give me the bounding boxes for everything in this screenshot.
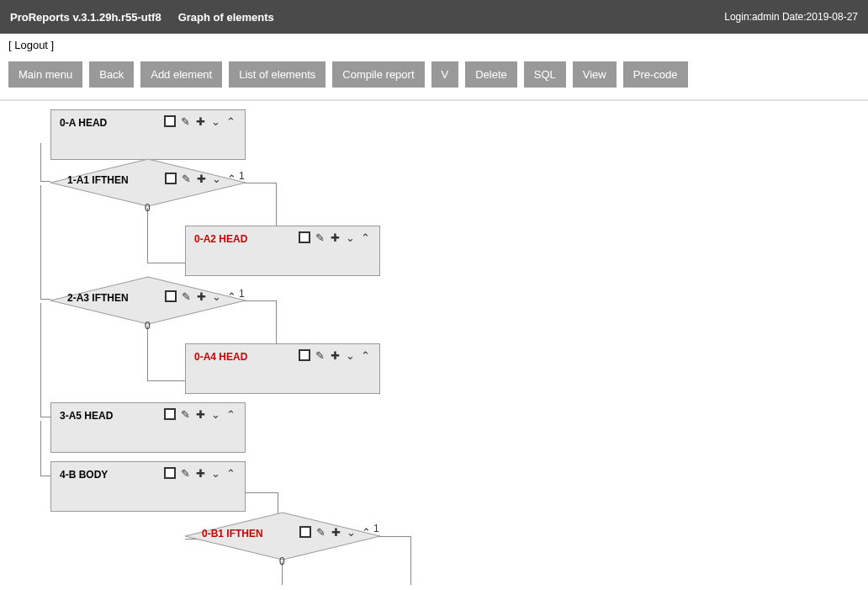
chevron-down-icon[interactable]: ⌄ <box>209 408 221 420</box>
compile-report-button[interactable]: Compile report <box>332 61 424 88</box>
plus-icon[interactable]: ✚ <box>330 526 341 538</box>
chevron-down-icon[interactable]: ⌄ <box>210 173 222 184</box>
add-element-button[interactable]: Add element <box>140 61 222 88</box>
chevron-down-icon[interactable]: ⌄ <box>210 290 222 302</box>
checkbox[interactable] <box>164 408 176 420</box>
node-label: 1-A1 IFTHEN <box>67 174 129 186</box>
pencil-icon[interactable]: ✎ <box>179 467 191 479</box>
node-controls: ✎ ✚ ⌄ ⌃ <box>299 231 371 243</box>
chevron-down-icon[interactable]: ⌄ <box>209 467 221 479</box>
connector <box>40 421 41 476</box>
chevron-up-icon[interactable]: ⌃ <box>225 173 237 184</box>
node-head[interactable]: 0-A HEAD ✎ ✚ ⌄ ⌃ <box>50 109 246 160</box>
checkbox[interactable] <box>165 173 177 184</box>
connector <box>242 183 276 183</box>
node-controls: ✎ ✚ ⌄ ⌃ <box>165 290 237 302</box>
graph-canvas[interactable]: 0-A HEAD ✎ ✚ ⌄ ⌃ 1-A1 IFTHEN ✎ ✚ ⌄ ⌃ 1 0… <box>0 101 868 585</box>
branch-true-label: 1 <box>373 523 379 534</box>
connector <box>410 536 411 585</box>
chevron-up-icon[interactable]: ⌃ <box>225 467 236 479</box>
connector <box>40 476 50 476</box>
branch-true-label: 1 <box>239 288 245 300</box>
list-elements-button[interactable]: List of elements <box>229 61 326 88</box>
pencil-icon[interactable]: ✎ <box>179 408 191 420</box>
precode-button[interactable]: Pre-code <box>623 61 688 88</box>
connector <box>147 263 185 263</box>
plus-icon[interactable]: ✚ <box>194 115 206 127</box>
delete-button[interactable]: Delete <box>465 61 517 88</box>
logout-link[interactable]: [ Logout ] <box>8 39 54 51</box>
node-controls: ✎ ✚ ⌄ ⌃ <box>164 408 236 420</box>
node-head[interactable]: 0-A4 HEAD ✎ ✚ ⌄ ⌃ <box>185 343 380 394</box>
pencil-icon[interactable]: ✎ <box>314 349 326 361</box>
node-ifthen[interactable]: 0-B1 IFTHEN ✎ ✚ ⌄ ⌃ <box>185 511 380 561</box>
chevron-up-icon[interactable]: ⌃ <box>359 231 371 243</box>
plus-icon[interactable]: ✚ <box>329 349 341 361</box>
view-button[interactable]: View <box>573 61 617 88</box>
node-label: 2-A3 IFTHEN <box>67 292 129 304</box>
connector <box>40 303 41 417</box>
toolbar: Main menu Back Add element List of eleme… <box>0 56 868 101</box>
chevron-up-icon[interactable]: ⌃ <box>360 526 372 538</box>
v-button[interactable]: V <box>431 61 459 88</box>
node-label: 0-A HEAD <box>60 117 107 129</box>
checkbox[interactable] <box>299 231 310 243</box>
node-body[interactable]: 4-B BODY ✎ ✚ ⌄ ⌃ <box>50 461 246 512</box>
node-controls: ✎ ✚ ⌄ ⌃ <box>299 349 371 361</box>
node-label: 4-B BODY <box>60 469 108 481</box>
connector <box>40 143 41 181</box>
chevron-down-icon[interactable]: ⌄ <box>345 526 357 538</box>
pencil-icon[interactable]: ✎ <box>180 290 192 302</box>
main-menu-button[interactable]: Main menu <box>8 61 82 88</box>
node-ifthen[interactable]: 2-A3 IFTHEN ✎ ✚ ⌄ ⌃ <box>50 275 246 326</box>
page-title: Graph of elements <box>178 11 274 24</box>
node-controls: ✎ ✚ ⌄ ⌃ <box>164 467 236 479</box>
plus-icon[interactable]: ✚ <box>329 231 341 243</box>
topbar: ProReports v.3.1.29h.r55-utf8 Graph of e… <box>0 0 868 34</box>
plus-icon[interactable]: ✚ <box>194 467 206 479</box>
checkbox[interactable] <box>164 115 176 127</box>
node-ifthen[interactable]: 1-A1 IFTHEN ✎ ✚ ⌄ ⌃ <box>50 157 246 208</box>
branch-false-label: 0 <box>145 202 151 214</box>
chevron-up-icon[interactable]: ⌃ <box>225 408 236 420</box>
plus-icon[interactable]: ✚ <box>194 408 206 420</box>
chevron-up-icon[interactable]: ⌃ <box>359 349 371 361</box>
connector <box>40 185 41 299</box>
plus-icon[interactable]: ✚ <box>195 290 207 302</box>
pencil-icon[interactable]: ✎ <box>180 173 192 184</box>
chevron-down-icon[interactable]: ⌄ <box>344 231 356 243</box>
node-head[interactable]: 3-A5 HEAD ✎ ✚ ⌄ ⌃ <box>50 402 246 453</box>
chevron-down-icon[interactable]: ⌄ <box>209 115 221 127</box>
node-controls: ✎ ✚ ⌄ ⌃ <box>165 173 237 184</box>
connector <box>147 208 148 263</box>
node-label: 0-A2 HEAD <box>194 233 247 245</box>
back-button[interactable]: Back <box>89 61 134 88</box>
plus-icon[interactable]: ✚ <box>195 173 207 184</box>
chevron-down-icon[interactable]: ⌄ <box>344 349 356 361</box>
checkbox[interactable] <box>299 349 310 361</box>
branch-false-label: 0 <box>145 320 151 332</box>
connector <box>40 417 50 417</box>
sql-button[interactable]: SQL <box>524 61 566 88</box>
connector <box>40 299 50 300</box>
connector <box>147 326 148 380</box>
node-label: 0-A4 HEAD <box>194 351 247 363</box>
node-label: 0-B1 IFTHEN <box>202 528 263 540</box>
chevron-up-icon[interactable]: ⌃ <box>225 290 237 302</box>
checkbox[interactable] <box>165 290 177 302</box>
logout-row: [ Logout ] <box>0 34 868 56</box>
connector <box>242 300 276 301</box>
node-head[interactable]: 0-A2 HEAD ✎ ✚ ⌄ ⌃ <box>185 226 380 276</box>
checkbox[interactable] <box>164 467 176 479</box>
node-controls: ✎ ✚ ⌄ ⌃ <box>164 115 236 127</box>
branch-true-label: 1 <box>239 170 245 182</box>
pencil-icon[interactable]: ✎ <box>314 231 326 243</box>
app-title: ProReports v.3.1.29h.r55-utf8 <box>10 11 161 24</box>
pencil-icon[interactable]: ✎ <box>179 115 191 127</box>
connector <box>40 181 50 182</box>
node-controls: ✎ ✚ ⌄ ⌃ <box>299 526 372 538</box>
login-info: Login:admin Date:2019-08-27 <box>724 11 858 23</box>
chevron-up-icon[interactable]: ⌃ <box>225 115 236 127</box>
pencil-icon[interactable]: ✎ <box>315 526 326 538</box>
checkbox[interactable] <box>299 526 311 538</box>
